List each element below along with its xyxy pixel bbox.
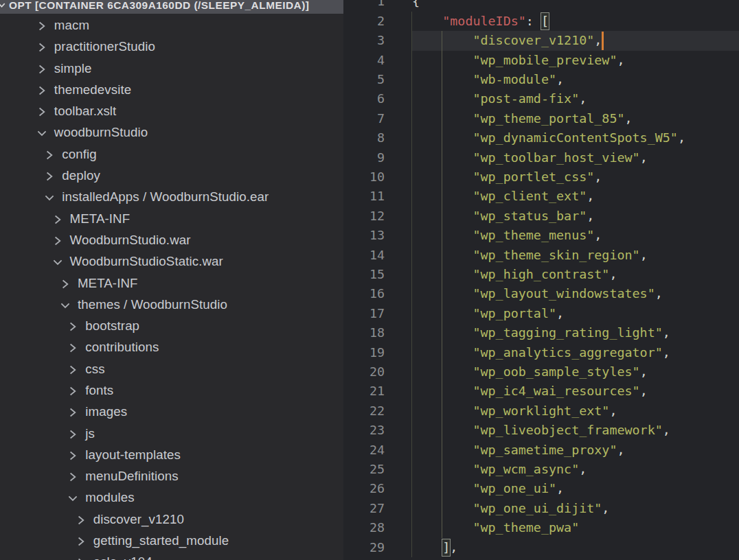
- line-number: 25: [343, 460, 385, 479]
- line-number: 28: [343, 518, 385, 537]
- token-punct: ,: [655, 286, 663, 301]
- code-line-22[interactable]: "wp_worklight_ext",: [412, 401, 617, 421]
- tree-item-css[interactable]: css: [0, 358, 343, 380]
- tree-item-label: WoodburnStudio.war: [70, 233, 191, 248]
- chevron-right-icon: [36, 41, 54, 52]
- tree-item-practitionerstudio[interactable]: practitionerStudio: [0, 36, 343, 58]
- code-line-8[interactable]: "wp_dynamicContentSpots_W5",: [412, 128, 685, 148]
- tree-item-themedevsite[interactable]: themedevsite: [0, 79, 343, 100]
- code-line-28[interactable]: "wp_theme_pwa": [412, 518, 579, 537]
- tree-item-woodburnstudio.war[interactable]: WoodburnStudio.war: [0, 229, 343, 250]
- token-punct: [412, 209, 473, 223]
- code-line-1[interactable]: {: [412, 0, 420, 12]
- chevron-right-icon: [67, 428, 85, 439]
- token-punct: ,: [640, 248, 648, 262]
- tree-item-woodburnstudio[interactable]: woodburnStudio: [0, 122, 343, 143]
- token-punct: ,: [579, 462, 587, 476]
- token-key: "moduleIDs": [442, 14, 526, 28]
- code-line-17[interactable]: "wp_portal",: [412, 304, 564, 323]
- code-line-27[interactable]: "wp_one_ui_dijit",: [412, 499, 609, 518]
- code-line-9[interactable]: "wp_toolbar_host_view",: [412, 148, 648, 167]
- code-line-15[interactable]: "wp_high_contrast",: [412, 265, 617, 284]
- token-punct: [412, 130, 473, 145]
- token-str: "wp_theme_skin_region": [473, 248, 639, 262]
- code-line-6[interactable]: "post-amd-fix",: [412, 89, 587, 108]
- code-line-3[interactable]: "discover_v1210",: [412, 31, 602, 50]
- vscode-window: { "sidebar": { "header": { "label": "OPT…: [0, 0, 739, 560]
- line-number: 22: [343, 401, 385, 421]
- code-line-25[interactable]: "wp_wcm_async",: [412, 460, 587, 479]
- code-line-21[interactable]: "wp_ic4_wai_resources",: [412, 382, 648, 401]
- token-punct: ,: [625, 111, 633, 126]
- token-str: "wp_oob_sample_styles": [473, 364, 639, 379]
- code-line-11[interactable]: "wp_client_ext",: [412, 187, 594, 206]
- line-number: 21: [343, 382, 385, 401]
- tree-item-toolbar.xslt[interactable]: toolbar.xslt: [0, 100, 343, 121]
- token-str: "discover_v1210": [473, 33, 594, 47]
- tree-item-modules[interactable]: modules: [0, 487, 343, 509]
- tree-item-oslo_v104[interactable]: oslo_v104: [0, 552, 343, 560]
- code-line-23[interactable]: "wp_liveobject_framework",: [412, 421, 670, 440]
- code-line-10[interactable]: "wp_portlet_css",: [412, 167, 602, 187]
- chevron-right-icon: [67, 471, 85, 482]
- token-str: "wp_tagging_rating_light": [473, 325, 662, 340]
- tree-item-js[interactable]: js: [0, 423, 343, 444]
- tree-item-label: themes / WoodburnStudio: [78, 297, 227, 312]
- code-line-16[interactable]: "wp_layout_windowstates",: [412, 284, 663, 303]
- tree-item-meta-inf[interactable]: META-INF: [0, 272, 343, 294]
- tree-item-simple[interactable]: simple: [0, 58, 343, 79]
- token-punct: [412, 443, 473, 457]
- token-punct: ,: [663, 325, 670, 340]
- code-line-2[interactable]: "moduleIDs": [: [412, 12, 549, 31]
- code-line-7[interactable]: "wp_theme_portal_85",: [412, 109, 633, 128]
- token-punct: [412, 501, 473, 515]
- tree-item-fonts[interactable]: fonts: [0, 380, 343, 401]
- line-number: 7: [343, 109, 385, 128]
- code-line-24[interactable]: "wp_sametime_proxy",: [412, 441, 625, 460]
- chevron-right-icon: [36, 84, 54, 95]
- tree-item-config[interactable]: config: [0, 143, 343, 165]
- code-line-12[interactable]: "wp_status_bar",: [412, 207, 594, 226]
- tree-item-menudefinitions[interactable]: menuDefinitions: [0, 466, 343, 487]
- tree-item-contributions[interactable]: contributions: [0, 337, 343, 358]
- tree-item-label: deploy: [62, 168, 100, 183]
- chevron-right-icon: [67, 364, 85, 375]
- code-line-4[interactable]: "wp_mobile_preview",: [412, 51, 625, 70]
- tree-item-installedapps-woodburnstudio.ear[interactable]: installedApps / WoodburnStudio.ear: [0, 187, 343, 208]
- chevron-down-icon: [44, 191, 62, 202]
- code-line-14[interactable]: "wp_theme_skin_region",: [412, 246, 648, 265]
- explorer-section-header[interactable]: OPT [CONTAINER 6CA309A160DD (/SLEEPY_ALM…: [0, 0, 343, 14]
- code-line-29[interactable]: ],: [412, 538, 457, 557]
- code-line-19[interactable]: "wp_analytics_aggregator",: [412, 343, 670, 362]
- token-punct: ,: [556, 306, 564, 320]
- tree-item-getting_started_module[interactable]: getting_started_module: [0, 530, 343, 551]
- code-line-5[interactable]: "wb-module",: [412, 70, 564, 89]
- tree-item-deploy[interactable]: deploy: [0, 165, 343, 186]
- tree-item-macm[interactable]: macm: [0, 14, 343, 36]
- tree-item-meta-inf[interactable]: META-INF: [0, 208, 343, 229]
- tree-item-discover_v1210[interactable]: discover_v1210: [0, 509, 343, 530]
- tree-item-themes-woodburnstudio[interactable]: themes / WoodburnStudio: [0, 294, 343, 315]
- tree-item-bootstrap[interactable]: bootstrap: [0, 315, 343, 336]
- tree-item-label: js: [85, 426, 95, 441]
- token-punct: :: [526, 14, 541, 28]
- code-line-13[interactable]: "wp_theme_menus",: [412, 226, 602, 245]
- token-str: "wp_theme_pwa": [473, 520, 579, 535]
- code-line-26[interactable]: "wp_one_ui",: [412, 479, 564, 498]
- code-editor[interactable]: 1234567891011121314151617181920212223242…: [343, 0, 739, 560]
- tree-item-label: META-INF: [78, 276, 138, 291]
- code-line-20[interactable]: "wp_oob_sample_styles",: [412, 362, 648, 382]
- token-str: "wp_portlet_css": [473, 170, 594, 184]
- tree-item-images[interactable]: images: [0, 401, 343, 423]
- line-number: 5: [343, 70, 385, 89]
- tree-item-layout-templates[interactable]: layout-templates: [0, 444, 343, 465]
- token-str: "wp_liveobject_framework": [473, 423, 662, 437]
- code-line-18[interactable]: "wp_tagging_rating_light",: [412, 323, 670, 342]
- text-cursor: [602, 32, 604, 51]
- token-str: "wp_portal": [473, 306, 556, 320]
- token-punct: [412, 91, 473, 106]
- tree-item-woodburnstudiostatic.war[interactable]: WoodburnStudioStatic.war: [0, 251, 343, 272]
- token-punct: ,: [640, 364, 648, 379]
- tree-item-label: simple: [54, 61, 92, 76]
- token-punct: ,: [594, 170, 602, 184]
